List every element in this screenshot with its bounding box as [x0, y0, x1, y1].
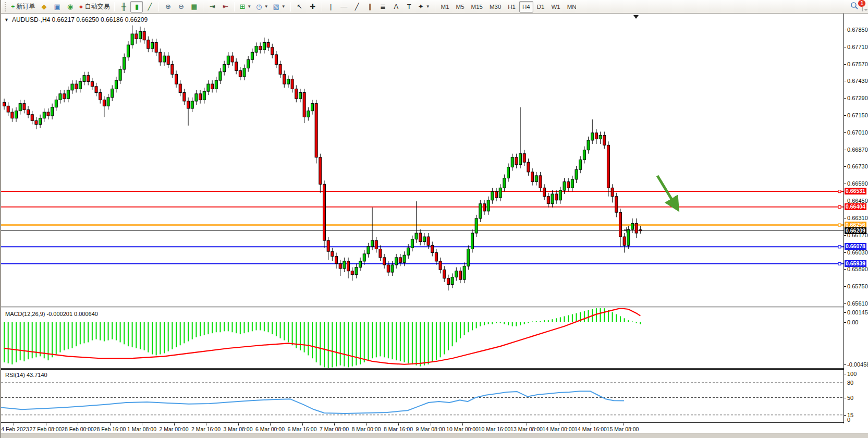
crosshair-button[interactable]: ✚	[307, 1, 319, 13]
candle-body	[271, 47, 274, 55]
time-axis-label: 27 Feb 08:00	[30, 426, 62, 432]
candle-body	[395, 258, 398, 265]
line-chart-button[interactable]: ╱	[143, 1, 156, 13]
candle-body	[243, 68, 246, 77]
level-line-handle[interactable]	[838, 262, 841, 265]
one-click-trading-expander[interactable]: ▼	[4, 17, 9, 22]
crosshair-icon: ✚	[310, 3, 315, 10]
text-label-button[interactable]: T	[403, 1, 415, 13]
candlestick-chart-button[interactable]: ▮	[130, 1, 143, 13]
candle-body	[447, 278, 449, 285]
level-line-handle[interactable]	[838, 190, 841, 193]
signals-button[interactable]: ◉	[64, 1, 77, 13]
candle-body	[319, 157, 322, 185]
market-watch-icon: ▣	[54, 3, 60, 10]
timeframe-button-mn[interactable]: MN	[564, 1, 580, 13]
periods-button[interactable]: ◷▼	[254, 1, 270, 13]
level-line-handle[interactable]	[838, 205, 841, 208]
chart-shift-marker[interactable]	[633, 15, 639, 19]
candle-body	[503, 178, 506, 188]
candle-body	[327, 240, 329, 251]
rsi-indicator-pane[interactable]	[1, 370, 843, 422]
templates-button[interactable]: ▧▼	[271, 1, 288, 13]
timeframe-button-m30[interactable]: M30	[486, 1, 504, 13]
candle-body	[623, 237, 626, 245]
chart-shift-button[interactable]: ⇤	[219, 1, 231, 13]
notifications-icon[interactable]: 1	[862, 2, 863, 11]
arrows-button[interactable]: ✦▼	[416, 1, 432, 13]
candle-body	[3, 102, 6, 106]
cursor-icon: ↖	[297, 3, 302, 10]
price-chart-pane[interactable]	[1, 14, 843, 307]
candle-body	[359, 261, 362, 267]
timeframe-button-m15[interactable]: M15	[468, 1, 486, 13]
time-axis[interactable]: 24 Feb 202327 Feb 08:0028 Feb 00:0028 Fe…	[1, 423, 843, 433]
trendline-button[interactable]: ╱	[351, 1, 363, 13]
timeframe-button-h4[interactable]: H4	[519, 1, 533, 13]
price-axis-tick: 0.66590	[847, 180, 868, 187]
candle-body	[19, 104, 21, 111]
candle-body	[147, 40, 150, 48]
candle-body	[275, 55, 277, 65]
bar-chart-button[interactable]: ╫	[117, 1, 130, 13]
level-line-handle[interactable]	[838, 246, 841, 248]
price-axis[interactable]: 0.678500.677100.675700.674300.672900.671…	[843, 14, 868, 423]
candle-body	[439, 261, 442, 270]
candle-body	[443, 270, 446, 278]
rsi-axis-tick: 100	[847, 371, 857, 377]
auto-trading-icon: ●	[79, 3, 83, 10]
timeframe-button-h1[interactable]: H1	[505, 1, 519, 13]
timeframe-button-w1[interactable]: W1	[548, 1, 563, 13]
candle-body	[459, 271, 461, 279]
candle-body	[199, 94, 202, 100]
macd-signal-line	[4, 308, 640, 364]
market-watch-button[interactable]: ▣	[51, 1, 64, 13]
candle-body	[171, 65, 174, 75]
fibonacci-button[interactable]: ≣	[377, 1, 389, 13]
candle-body	[103, 100, 105, 106]
vertical-line-button[interactable]: |	[325, 1, 337, 13]
candle-body	[299, 93, 301, 99]
auto-scroll-button[interactable]: ⇥	[206, 1, 218, 13]
candle-body	[587, 140, 590, 150]
time-axis-label: 10 Mar 00:00	[446, 426, 479, 432]
horizontal-line-button[interactable]: —	[338, 1, 350, 13]
price-axis-tick: 0.65610	[847, 300, 868, 307]
candle-body	[339, 264, 341, 269]
level-line-handle[interactable]	[838, 224, 841, 226]
candles[interactable]	[3, 26, 642, 291]
time-axis-tick	[110, 423, 111, 425]
profiles-button[interactable]: ◆	[38, 1, 51, 13]
timeframe-button-d1[interactable]: D1	[534, 1, 548, 13]
zoom-out-button[interactable]: ⊖	[175, 1, 187, 13]
toolbar-grip[interactable]	[5, 2, 7, 11]
time-axis-tick	[559, 423, 559, 425]
candle-body	[67, 90, 69, 99]
candle-body	[567, 182, 570, 188]
candle-body	[235, 62, 238, 70]
timeframe-button-m5[interactable]: M5	[453, 1, 468, 13]
text-button[interactable]: A	[390, 1, 402, 13]
chart-shift-icon: ⇤	[223, 3, 228, 10]
candle-body	[303, 93, 305, 117]
tile-windows-button[interactable]: ▦	[188, 1, 200, 13]
new-order-button[interactable]: +新订单	[9, 1, 38, 13]
cursor-button[interactable]: ↖	[294, 1, 306, 13]
candle-body	[263, 42, 265, 50]
candle-body	[383, 258, 386, 265]
candle-body	[39, 118, 42, 125]
equidistant-channel-button[interactable]: ∥	[364, 1, 376, 13]
auto-trading-button[interactable]: ●自动交易	[77, 1, 112, 13]
candle-body	[343, 261, 346, 269]
macd-indicator-pane[interactable]	[1, 308, 843, 368]
price-axis-tick: 0.66730	[847, 163, 868, 169]
timeframe-button-m1[interactable]: M1	[438, 1, 453, 13]
new-chart-button[interactable]: ⊞▼	[237, 1, 253, 13]
candle-body	[619, 212, 621, 237]
candle-body	[523, 154, 525, 162]
candle-body	[227, 56, 229, 64]
candle-body	[639, 230, 642, 231]
zoom-in-button[interactable]: ⊕	[162, 1, 174, 13]
toolbar-separator	[435, 2, 435, 11]
notification-badge: 1	[858, 0, 866, 7]
